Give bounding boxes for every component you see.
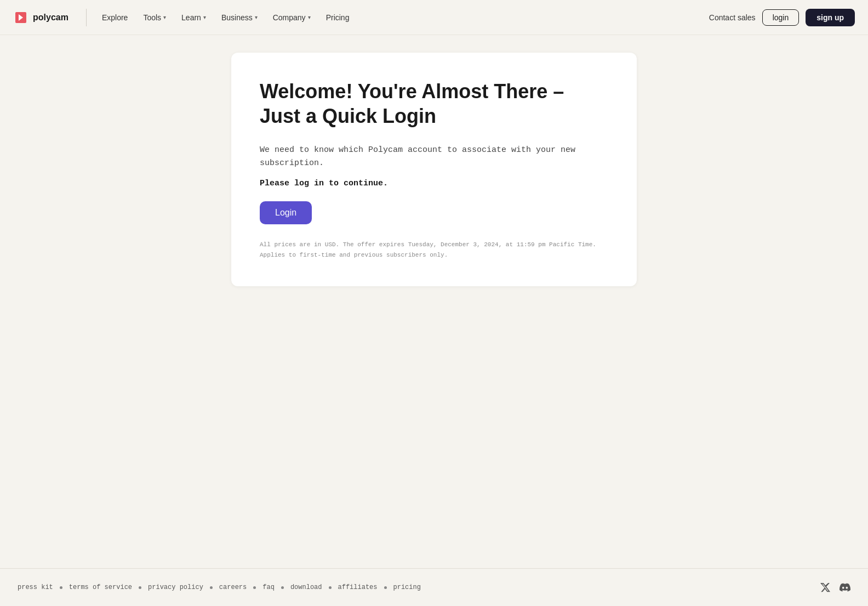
navbar-nav: Explore Tools ▾ Learn ▾ Business ▾ Compa… — [95, 10, 709, 25]
footer-link-press-kit[interactable]: press kit — [18, 584, 53, 591]
learn-chevron-icon: ▾ — [203, 14, 206, 20]
footer-separator — [60, 586, 62, 589]
discord-icon[interactable] — [840, 582, 850, 593]
footer-separator — [281, 586, 284, 589]
footer-link-affiliates[interactable]: affiliates — [338, 584, 378, 591]
navbar: polycam Explore Tools ▾ Learn ▾ Business… — [0, 0, 868, 35]
tools-chevron-icon: ▾ — [163, 14, 166, 20]
footer-separator — [139, 586, 141, 589]
footer-link-careers[interactable]: careers — [219, 584, 247, 591]
card-prompt: Please log in to continue. — [260, 179, 608, 188]
nav-tools[interactable]: Tools ▾ — [136, 10, 173, 25]
business-chevron-icon: ▾ — [255, 14, 258, 20]
company-chevron-icon: ▾ — [308, 14, 311, 20]
main-content: Welcome! You're Almost There – Just a Qu… — [0, 35, 868, 568]
navbar-divider — [86, 9, 87, 26]
footer-link-faq[interactable]: faq — [262, 584, 275, 591]
login-card: Welcome! You're Almost There – Just a Qu… — [231, 53, 637, 286]
navbar-actions: Contact sales login sign up — [709, 9, 855, 26]
nav-company[interactable]: Company ▾ — [266, 10, 317, 25]
card-login-button[interactable]: Login — [260, 201, 312, 224]
footer-link-privacy-policy[interactable]: privacy policy — [148, 584, 203, 591]
nav-pricing[interactable]: Pricing — [319, 10, 356, 25]
footer-link-pricing[interactable]: pricing — [393, 584, 421, 591]
twitter-icon[interactable] — [820, 582, 831, 593]
nav-learn[interactable]: Learn ▾ — [175, 10, 213, 25]
card-description: We need to know which Polycam account to… — [260, 144, 608, 170]
polycam-logo-icon — [13, 10, 28, 25]
footer-links: press kitterms of serviceprivacy policyc… — [18, 584, 421, 591]
logo[interactable]: polycam — [13, 10, 68, 25]
nav-explore[interactable]: Explore — [95, 10, 134, 25]
footer-separator — [253, 586, 256, 589]
footer-separator — [210, 586, 213, 589]
login-button[interactable]: login — [762, 9, 800, 26]
card-title: Welcome! You're Almost There – Just a Qu… — [260, 79, 608, 128]
signup-button[interactable]: sign up — [806, 9, 855, 26]
footer-separator — [384, 586, 387, 589]
contact-sales-link[interactable]: Contact sales — [709, 13, 756, 22]
nav-business[interactable]: Business ▾ — [215, 10, 264, 25]
footer-link-download[interactable]: download — [290, 584, 322, 591]
footer-social — [820, 582, 850, 593]
card-footnote: All prices are in USD. The offer expires… — [260, 240, 608, 260]
footer-separator — [329, 586, 332, 589]
brand-name: polycam — [33, 13, 68, 22]
footer: press kitterms of serviceprivacy policyc… — [0, 568, 868, 606]
footer-link-terms-of-service[interactable]: terms of service — [69, 584, 132, 591]
